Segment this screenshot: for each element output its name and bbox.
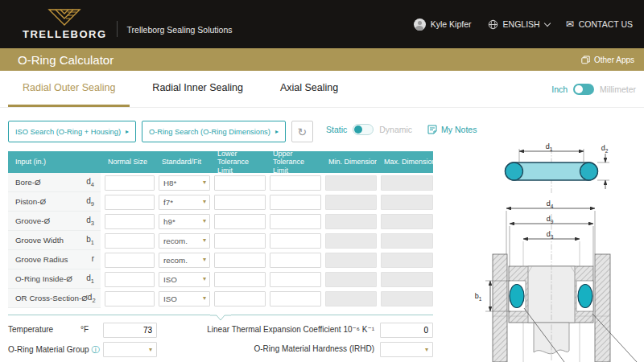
dim-label-d9: d9 xyxy=(547,215,554,224)
oring-search-button[interactable]: O-Ring Search (O-Ring Dimensions) ▸ xyxy=(142,121,286,142)
standard-fit-select[interactable]: ISO▾ xyxy=(159,291,210,306)
col-header-lower-tolerance: Lower Tolerance Limit xyxy=(214,151,266,173)
refresh-icon: ↻ xyxy=(298,125,308,138)
row-label-cell: O-Ring Inside-Ø d1 xyxy=(8,269,101,289)
lower-tolerance-input[interactable] xyxy=(214,175,266,191)
row-label-cell: OR Cross-Section-Ø d2 xyxy=(8,289,101,308)
max-dimension-cell xyxy=(381,175,433,191)
row-symbol: d2 xyxy=(88,293,96,304)
chevron-down-icon: ▾ xyxy=(203,275,206,282)
oring-calculator-app: TRELLEBORG Trelleborg Sealing Solutions … xyxy=(0,0,644,362)
table-row-piston: Piston-Ø d9 f7*▾ xyxy=(8,192,433,212)
lower-tolerance-input[interactable] xyxy=(214,253,266,268)
static-dynamic-toggle[interactable] xyxy=(353,124,374,135)
col-header-input: Input (in.) xyxy=(8,151,101,173)
normal-size-input[interactable] xyxy=(105,253,155,268)
row-label-cell: Piston-Ø d9 xyxy=(8,192,101,212)
upper-tolerance-input[interactable] xyxy=(270,175,321,191)
row-symbol: b1 xyxy=(86,235,94,246)
chevron-down-icon: ▾ xyxy=(203,294,206,302)
language-menu[interactable]: ENGLISH xyxy=(488,19,550,30)
info-icon[interactable]: ⓘ xyxy=(92,345,100,354)
reset-button[interactable]: ↻ xyxy=(291,121,313,142)
table-row-or-cross-section: OR Cross-Section-Ø d2 ISO▾ xyxy=(8,289,433,308)
collapse-divider[interactable] xyxy=(8,315,433,315)
col-header-min-dimension: Min. Dimension xyxy=(325,151,377,173)
lower-tolerance-input[interactable] xyxy=(214,214,266,229)
dim-label-b1: b1 xyxy=(475,292,482,302)
material-group-label: O-Ring Material Groupⓘ xyxy=(8,344,100,356)
coefficient-label: Linear Thermal Expansion Coefficient 10⁻… xyxy=(185,325,374,334)
material-group-select[interactable]: ▾ xyxy=(103,342,157,357)
user-name: Kyle Kipfer xyxy=(431,19,472,29)
select-value: recom. xyxy=(163,237,188,245)
lower-tolerance-input[interactable] xyxy=(214,291,266,306)
standard-fit-select[interactable]: recom.▾ xyxy=(159,253,210,268)
top-header: TRELLEBORG Trelleborg Sealing Solutions … xyxy=(0,0,644,48)
coefficient-input[interactable] xyxy=(380,323,433,338)
trelleborg-logo[interactable]: TRELLEBORG xyxy=(23,9,107,40)
normal-size-input[interactable] xyxy=(105,175,155,191)
table-header-row: Input (in.) Normal Size Standard/Fit Low… xyxy=(8,151,433,173)
oring-in-groove-right xyxy=(578,285,592,308)
material-hardness-select[interactable]: ▾ xyxy=(380,342,433,357)
standard-fit-select[interactable]: recom.▾ xyxy=(159,233,210,249)
tab-radial-outer-sealing[interactable]: Radial Outer Sealing xyxy=(8,71,130,107)
max-dimension-cell xyxy=(381,233,433,249)
notes-icon xyxy=(427,125,437,134)
min-dimension-cell xyxy=(325,175,377,191)
row-symbol: d4 xyxy=(86,177,94,188)
lower-tolerance-input[interactable] xyxy=(214,195,266,210)
col-header-standard-fit: Standard/Fit xyxy=(159,151,210,173)
standard-fit-select[interactable]: h9*▾ xyxy=(159,214,210,229)
iso-search-button[interactable]: ISO Search (O-Ring + Housing) ▸ xyxy=(8,121,136,142)
normal-size-input[interactable] xyxy=(105,195,155,210)
material-hardness-label: O-Ring Material Hardness (IRHD) xyxy=(185,344,374,353)
chevron-down-icon: ▾ xyxy=(425,346,428,353)
globe-icon xyxy=(488,19,498,30)
upper-tolerance-input[interactable] xyxy=(270,253,321,268)
other-apps-button[interactable]: Other Apps xyxy=(581,56,634,64)
arrow-right-icon: ▸ xyxy=(275,128,279,135)
select-value: H8* xyxy=(163,179,176,187)
upper-tolerance-input[interactable] xyxy=(270,214,321,229)
user-menu[interactable]: Kyle Kipfer xyxy=(414,19,472,31)
apps-icon xyxy=(581,56,590,64)
min-dimension-cell xyxy=(325,195,377,210)
row-label: Groove Radius xyxy=(15,255,68,264)
temperature-label: Temperature xyxy=(8,325,53,334)
toggle-knob xyxy=(354,125,362,134)
user-avatar-icon xyxy=(414,19,426,31)
row-label-cell: Groove Radius r xyxy=(8,250,101,269)
standard-fit-select[interactable]: f7*▾ xyxy=(159,195,210,210)
search-controls: ISO Search (O-Ring + Housing) ▸ O-Ring S… xyxy=(8,121,313,142)
oring-cross-section-right xyxy=(580,162,598,180)
row-label: Groove Width xyxy=(15,236,64,245)
table-row-bore: Bore-Ø d4 H8*▾ xyxy=(8,173,433,192)
max-dimension-cell xyxy=(381,253,433,268)
unit-toggle[interactable] xyxy=(573,84,594,95)
normal-size-input[interactable] xyxy=(105,233,155,249)
upper-tolerance-input[interactable] xyxy=(270,195,321,210)
upper-tolerance-input[interactable] xyxy=(270,291,321,306)
temperature-input[interactable] xyxy=(103,323,157,338)
dim-label-d1: d1 xyxy=(546,142,553,152)
upper-tolerance-input[interactable] xyxy=(270,233,321,249)
min-dimension-cell xyxy=(325,253,377,268)
normal-size-input[interactable] xyxy=(105,272,155,287)
select-value: recom. xyxy=(163,256,188,265)
standard-fit-select[interactable]: H8*▾ xyxy=(159,175,210,191)
unit-millimeter-label: Millimeter xyxy=(600,84,636,94)
chevron-down-icon: ▾ xyxy=(203,256,206,263)
tab-radial-inner-sealing[interactable]: Radial Inner Sealing xyxy=(138,71,258,107)
col-header-max-dimension: Max. Dimension xyxy=(381,151,433,173)
lower-tolerance-input[interactable] xyxy=(214,233,266,249)
select-value: h9* xyxy=(163,217,175,226)
lower-tolerance-input[interactable] xyxy=(214,272,266,287)
upper-tolerance-input[interactable] xyxy=(270,272,321,287)
standard-fit-select[interactable]: ISO▾ xyxy=(159,272,210,287)
normal-size-input[interactable] xyxy=(105,214,155,229)
contact-us-link[interactable]: ✉ CONTACT US xyxy=(566,19,633,30)
tab-axial-sealing[interactable]: Axial Sealing xyxy=(266,71,353,107)
normal-size-input[interactable] xyxy=(105,291,155,306)
